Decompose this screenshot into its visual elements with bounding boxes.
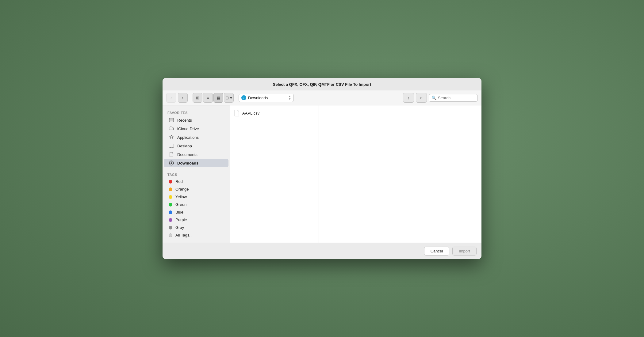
blue-tag-dot [169, 210, 172, 214]
location-dropdown[interactable]: ↓ Downloads ▲ ▼ [239, 94, 294, 102]
search-input[interactable] [438, 96, 469, 100]
icloud-icon [169, 126, 174, 131]
back-button[interactable]: ‹ [166, 93, 176, 103]
tags-label: Tags [163, 171, 230, 178]
green-tag-label: Green [175, 202, 186, 207]
red-tag-dot [169, 180, 172, 184]
yellow-tag-label: Yellow [175, 195, 187, 199]
sidebar-item-applications[interactable]: Applications [164, 133, 228, 142]
documents-icon [169, 152, 174, 157]
svg-rect-4 [172, 120, 173, 120]
import-button[interactable]: Import [452, 247, 477, 256]
main-content: Favorites Recents [163, 105, 481, 243]
orange-tag-dot [169, 187, 172, 191]
gray-tag-label: Gray [175, 225, 184, 230]
bottom-bar: Cancel Import [163, 243, 481, 259]
column-view-icon: ▦ [217, 96, 220, 100]
forward-icon: › [182, 96, 183, 100]
sidebar-item-documents[interactable]: Documents [164, 150, 228, 159]
view-buttons: ⊞ ≡ ▦ ⊟ ▾ [193, 93, 234, 103]
blue-tag-label: Blue [175, 210, 183, 214]
favorites-label: Favorites [163, 109, 230, 116]
applications-label: Applications [177, 135, 199, 140]
toolbar-right-actions: ↑ ○ 🔍 [403, 93, 478, 103]
sidebar: Favorites Recents [163, 105, 230, 243]
location-arrows-icon: ▲ ▼ [289, 95, 291, 100]
red-tag-label: Red [175, 179, 183, 184]
desktop-label: Desktop [177, 144, 192, 148]
purple-tag-label: Purple [175, 218, 187, 222]
sidebar-item-tag-yellow[interactable]: Yellow [164, 193, 228, 201]
location-label: Downloads [248, 96, 287, 100]
icon-view-icon: ⊞ [196, 96, 199, 100]
icloud-label: iCloud Drive [177, 127, 199, 131]
list-view-icon: ≡ [207, 96, 209, 100]
gallery-view-button[interactable]: ⊟ ▾ [224, 93, 234, 103]
gallery-view-icon: ⊟ ▾ [225, 96, 232, 100]
desktop-icon [169, 143, 174, 149]
documents-label: Documents [177, 152, 197, 157]
icon-view-button[interactable]: ⊞ [193, 93, 202, 103]
file-picker-dialog: Select a QFX, OFX, QIF, QMTF or CSV File… [163, 78, 481, 259]
column-view-button[interactable]: ▦ [213, 93, 223, 103]
sidebar-item-tag-red[interactable]: Red [164, 178, 228, 185]
yellow-tag-dot [169, 195, 172, 199]
sidebar-item-tag-green[interactable]: Green [164, 201, 228, 208]
tag-icon: ○ [420, 95, 423, 100]
share-button[interactable]: ↑ [403, 93, 414, 103]
svg-rect-6 [169, 144, 174, 147]
purple-tag-dot [169, 218, 172, 222]
gray-tag-dot [169, 226, 172, 229]
table-row[interactable]: AAPL.csv [230, 108, 319, 118]
green-tag-dot [169, 203, 172, 206]
location-folder-icon: ↓ [241, 95, 246, 100]
applications-icon [169, 134, 174, 140]
svg-rect-2 [170, 120, 171, 120]
svg-rect-5 [170, 121, 171, 121]
all-tags-label: All Tags... [175, 233, 193, 237]
sidebar-item-icloud[interactable]: iCloud Drive [164, 124, 228, 133]
downloads-label: Downloads [177, 161, 198, 165]
sidebar-item-recents[interactable]: Recents [164, 116, 228, 124]
recents-label: Recents [177, 118, 192, 123]
title-bar: Select a QFX, OFX, QIF, QMTF or CSV File… [163, 78, 481, 90]
search-box: 🔍 [429, 94, 478, 102]
sidebar-item-all-tags[interactable]: All Tags... [164, 231, 228, 239]
tag-button[interactable]: ○ [416, 93, 427, 103]
sidebar-item-tag-purple[interactable]: Purple [164, 216, 228, 224]
file-csv-icon [234, 109, 240, 117]
svg-rect-3 [171, 120, 172, 120]
search-icon: 🔍 [431, 96, 436, 100]
file-name: AAPL.csv [242, 111, 259, 115]
share-icon: ↑ [408, 95, 410, 100]
forward-button[interactable]: › [178, 93, 188, 103]
sidebar-item-tag-gray[interactable]: Gray [164, 224, 228, 231]
orange-tag-label: Orange [175, 187, 189, 191]
sidebar-item-downloads[interactable]: Downloads [164, 159, 228, 167]
list-view-button[interactable]: ≡ [203, 93, 213, 103]
file-column: AAPL.csv [230, 105, 319, 243]
all-tags-dot [169, 233, 172, 237]
dialog-title: Select a QFX, OFX, QIF, QMTF or CSV File… [273, 82, 371, 87]
sidebar-item-tag-orange[interactable]: Orange [164, 185, 228, 193]
recents-icon [169, 117, 174, 123]
back-icon: ‹ [171, 96, 172, 100]
file-area: AAPL.csv [230, 105, 481, 243]
toolbar: ‹ › ⊞ ≡ ▦ ⊟ ▾ ↓ Downloads ▲ [163, 90, 481, 105]
file-preview-area [319, 105, 481, 243]
cancel-button[interactable]: Cancel [424, 247, 449, 256]
sidebar-item-desktop[interactable]: Desktop [164, 142, 228, 150]
downloads-icon [169, 160, 174, 166]
sidebar-item-tag-blue[interactable]: Blue [164, 208, 228, 216]
